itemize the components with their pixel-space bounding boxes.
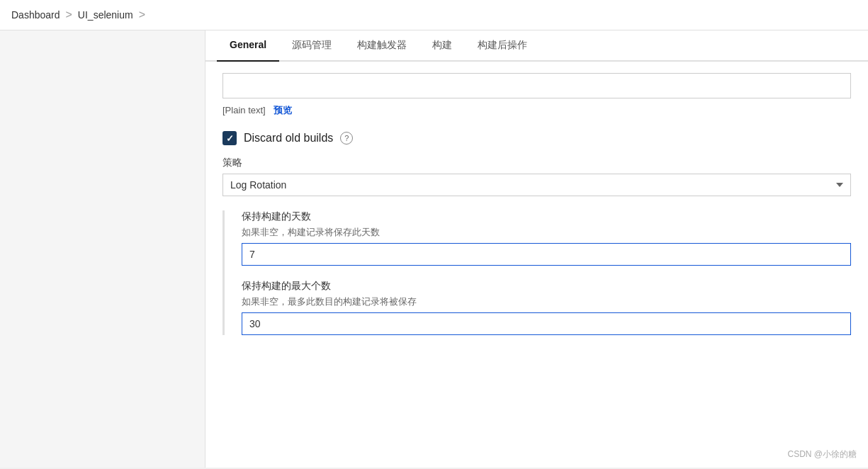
strategy-select[interactable]: Log Rotation <box>222 174 851 196</box>
breadcrumb-sep-1: > <box>66 9 72 21</box>
breadcrumb: Dashboard > UI_selenium > <box>0 0 868 30</box>
max-desc: 如果非空，最多此数目的构建记录将被保存 <box>242 295 851 308</box>
max-input[interactable] <box>242 312 851 335</box>
strategy-label: 策略 <box>222 157 851 169</box>
breadcrumb-ui-selenium[interactable]: UI_selenium <box>78 9 133 21</box>
tab-post-build[interactable]: 构建后操作 <box>465 30 540 62</box>
days-input[interactable] <box>242 243 851 266</box>
content-area: General 源码管理 构建触发器 构建 构建后操作 [Plain text]… <box>205 30 868 468</box>
breadcrumb-sep-2: > <box>139 9 145 21</box>
help-icon[interactable]: ? <box>340 132 353 145</box>
discard-builds-label: Discard old builds <box>244 132 333 145</box>
sidebar <box>0 30 205 468</box>
nested-options: 保持构建的天数 如果非空，构建记录将保存此天数 保持构建的最大个数 如果非空，最… <box>222 210 851 335</box>
form-content: [Plain text] 预览 ✓ Discard old builds ? 策… <box>205 62 868 361</box>
max-title: 保持构建的最大个数 <box>242 280 851 293</box>
checkmark-icon: ✓ <box>226 133 234 144</box>
days-title: 保持构建的天数 <box>242 210 851 223</box>
watermark: CSDN @小徐的糖 <box>787 448 857 460</box>
description-input[interactable] <box>222 73 851 98</box>
tab-trigger[interactable]: 构建触发器 <box>344 30 419 62</box>
discard-builds-row: ✓ Discard old builds ? <box>222 131 851 145</box>
plain-text-label: [Plain text] <box>222 105 266 115</box>
days-group: 保持构建的天数 如果非空，构建记录将保存此天数 <box>242 210 851 266</box>
strategy-group: 策略 Log Rotation <box>222 157 851 196</box>
main-container: General 源码管理 构建触发器 构建 构建后操作 [Plain text]… <box>0 30 868 468</box>
tab-source[interactable]: 源码管理 <box>279 30 344 62</box>
tab-bar: General 源码管理 构建触发器 构建 构建后操作 <box>205 30 868 62</box>
tab-build[interactable]: 构建 <box>419 30 465 62</box>
discard-builds-checkbox[interactable]: ✓ <box>222 131 237 145</box>
preview-link[interactable]: 预览 <box>274 105 292 115</box>
breadcrumb-dashboard[interactable]: Dashboard <box>11 9 60 21</box>
plain-text-row: [Plain text] 预览 <box>222 104 851 117</box>
days-desc: 如果非空，构建记录将保存此天数 <box>242 226 851 239</box>
max-group: 保持构建的最大个数 如果非空，最多此数目的构建记录将被保存 <box>242 280 851 335</box>
tab-general[interactable]: General <box>217 30 279 62</box>
